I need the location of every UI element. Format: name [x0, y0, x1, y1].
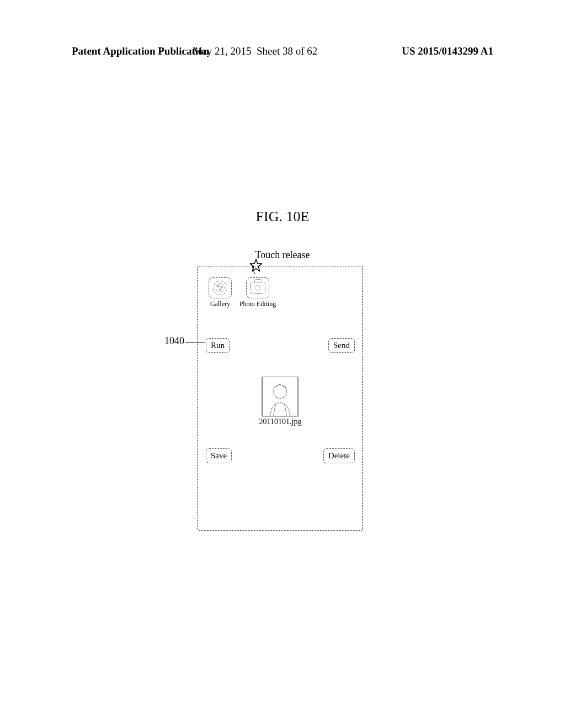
- figure-title: FIG. 10E: [256, 208, 310, 225]
- svg-marker-0: [250, 259, 262, 271]
- delete-button[interactable]: Delete: [323, 448, 355, 463]
- header-center: May 21, 2015 Sheet 38 of 62: [193, 45, 317, 57]
- run-button[interactable]: Run: [206, 338, 230, 353]
- device-frame: Gallery Photo Editing Run Send Save Dele…: [198, 266, 363, 531]
- gallery-label: Gallery: [210, 300, 230, 308]
- photo-editing-app[interactable]: Photo Editing: [242, 277, 273, 308]
- file-thumbnail-group: 20110101.jpg: [259, 377, 302, 426]
- patent-page: Patent Application Publication May 21, 2…: [0, 0, 565, 728]
- publication-type: Patent Application Publication: [72, 45, 209, 57]
- file-name: 20110101.jpg: [259, 417, 302, 426]
- save-button[interactable]: Save: [206, 448, 232, 463]
- app-icon-row: Gallery Photo Editing: [205, 277, 273, 308]
- star-icon: [249, 259, 263, 273]
- touch-release-label: Touch release: [255, 249, 310, 261]
- gallery-icon: [209, 277, 232, 298]
- send-button[interactable]: Send: [328, 338, 355, 353]
- publication-date: May 21, 2015: [193, 45, 251, 57]
- page-header: Patent Application Publication May 21, 2…: [0, 45, 565, 57]
- photo-editing-label: Photo Editing: [239, 300, 276, 308]
- sheet-number: Sheet 38 of 62: [257, 45, 317, 57]
- gallery-app[interactable]: Gallery: [205, 277, 236, 308]
- camera-icon: [246, 277, 269, 298]
- touch-release-star-icon: [249, 259, 263, 276]
- callout-1040: 1040: [164, 335, 184, 347]
- person-icon: [265, 379, 296, 416]
- file-thumbnail[interactable]: [262, 377, 299, 416]
- publication-number: US 2015/0143299 A1: [402, 45, 493, 57]
